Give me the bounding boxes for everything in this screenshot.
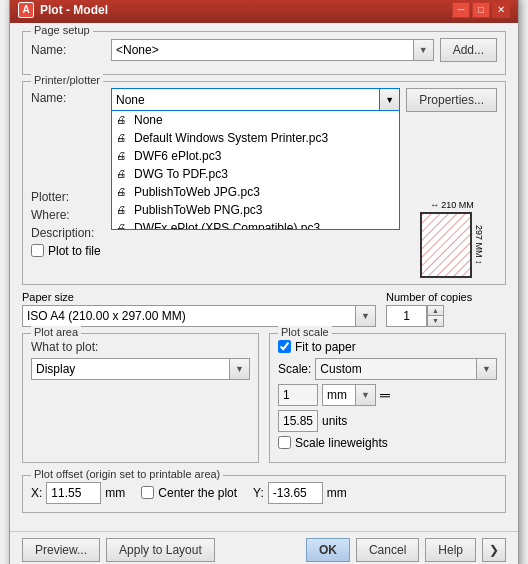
center-plot-checkbox[interactable]	[141, 486, 154, 499]
description-label: Description:	[31, 226, 111, 240]
printer-plotter-title: Printer/plotter	[31, 74, 103, 86]
paper-size-combo: ▼	[22, 305, 376, 327]
printer-icon-0: 🖨	[116, 114, 126, 125]
printer-name-input[interactable]	[112, 89, 379, 111]
preview-paper-row: 297 MM ↕	[420, 212, 484, 278]
dropdown-item-4[interactable]: 🖨 PublishToWeb JPG.pc3	[112, 183, 399, 201]
copies-decrement[interactable]: ▼	[427, 316, 443, 326]
dropdown-item-none[interactable]: 🖨 None	[112, 111, 399, 129]
printer-plotter-group: Printer/plotter Name: ▼ 🖨 None	[22, 81, 506, 285]
printer-icon-3: 🖨	[116, 168, 126, 179]
scale-row: Scale: ▼	[278, 358, 497, 380]
scale-input[interactable]	[315, 358, 477, 380]
page-setup-row: Name: ▼ Add...	[31, 38, 497, 62]
printer-combo-field: ▼	[111, 88, 400, 112]
plot-offset-row: X: mm Center the plot Y: mm	[31, 482, 497, 504]
unit1-input[interactable]	[322, 384, 356, 406]
paper-size-dropdown-btn[interactable]: ▼	[356, 305, 376, 327]
hatch-svg	[422, 214, 470, 276]
preview-container: ↔ 210 MM	[407, 190, 497, 278]
scale-label: Scale:	[278, 362, 311, 376]
properties-button[interactable]: Properties...	[406, 88, 497, 112]
close-button[interactable]: ✕	[492, 2, 510, 18]
plot-to-file-checkbox[interactable]	[31, 244, 44, 257]
footer-right: OK Cancel Help ❯	[306, 538, 506, 562]
add-button[interactable]: Add...	[440, 38, 497, 62]
where-label: Where:	[31, 208, 111, 222]
equals-sign: ═	[380, 387, 390, 403]
dropdown-item-6[interactable]: 🖨 DWFx ePlot (XPS Compatible).pc3	[112, 219, 399, 230]
copies-input[interactable]	[386, 305, 426, 327]
window-title: Plot - Model	[40, 3, 108, 17]
help-button[interactable]: Help	[425, 538, 476, 562]
scale-lineweights-label: Scale lineweights	[295, 436, 388, 450]
dialog-content: Page setup Name: ▼ Add... Printer/plotte…	[10, 23, 518, 527]
fit-to-paper-checkbox[interactable]	[278, 340, 291, 353]
page-setup-dropdown-btn[interactable]: ▼	[414, 39, 434, 61]
y-offset-row: Y: mm	[253, 482, 347, 504]
more-button[interactable]: ❯	[482, 538, 506, 562]
cancel-button[interactable]: Cancel	[356, 538, 419, 562]
apply-layout-button[interactable]: Apply to Layout	[106, 538, 215, 562]
dropdown-item-2[interactable]: 🖨 DWF6 ePlot.pc3	[112, 147, 399, 165]
x-label: X:	[31, 486, 42, 500]
units-label: units	[322, 414, 347, 428]
what-to-plot-input[interactable]	[31, 358, 230, 380]
copies-label: Number of copies	[386, 291, 506, 303]
scale-dropdown-btn[interactable]: ▼	[477, 358, 497, 380]
preview-paper-wrapper: ↔ 210 MM	[420, 200, 484, 278]
unit1-dropdown-btn[interactable]: ▼	[356, 384, 376, 406]
printer-icon-5: 🖨	[116, 204, 126, 215]
printer-icon-4: 🖨	[116, 186, 126, 197]
minimize-button[interactable]: ─	[452, 2, 470, 18]
scale-value2-row: units	[278, 410, 497, 432]
center-plot-label: Center the plot	[158, 486, 237, 500]
units1-combo: ▼	[322, 384, 376, 406]
x-input[interactable]	[46, 482, 101, 504]
plot-to-file-label: Plot to file	[48, 244, 101, 258]
maximize-button[interactable]: □	[472, 2, 490, 18]
title-controls: ─ □ ✕	[452, 2, 510, 18]
y-input[interactable]	[268, 482, 323, 504]
scale-lineweights-row: Scale lineweights	[278, 436, 497, 450]
plot-area-title: Plot area	[31, 326, 81, 338]
paper-size-section: Paper size ▼	[22, 291, 376, 327]
dropdown-item-3[interactable]: 🖨 DWG To PDF.pc3	[112, 165, 399, 183]
fit-to-paper-label: Fit to paper	[295, 340, 356, 354]
fit-to-paper-row: Fit to paper	[278, 340, 497, 354]
page-setup-combo: ▼	[111, 39, 434, 61]
page-setup-input[interactable]	[111, 39, 414, 61]
printer-icon-1: 🖨	[116, 132, 126, 143]
ok-button[interactable]: OK	[306, 538, 350, 562]
dropdown-item-5[interactable]: 🖨 PublishToWeb PNG.pc3	[112, 201, 399, 219]
plot-area-scale-row: Plot area What to plot: ▼ Plot scale Fit…	[22, 333, 506, 469]
footer-left: Preview... Apply to Layout	[22, 538, 215, 562]
svg-rect-1	[422, 214, 470, 276]
scale-value2-input[interactable]	[278, 410, 318, 432]
preview-button[interactable]: Preview...	[22, 538, 100, 562]
what-to-plot-row: What to plot:	[31, 340, 250, 354]
what-to-plot-combo-row: ▼	[31, 358, 250, 380]
plot-scale-title: Plot scale	[278, 326, 332, 338]
copies-spinner-btns: ▲ ▼	[426, 305, 444, 327]
what-to-plot-btn[interactable]: ▼	[230, 358, 250, 380]
scale-lineweights-checkbox[interactable]	[278, 436, 291, 449]
copies-spinner: ▲ ▼	[386, 305, 506, 327]
preview-paper	[420, 212, 472, 278]
center-plot-row: Center the plot	[141, 486, 237, 500]
paper-size-input[interactable]	[22, 305, 356, 327]
printer-icon-6: 🖨	[116, 222, 126, 230]
x-offset-row: X: mm	[31, 482, 125, 504]
scale-value1-input[interactable]	[278, 384, 318, 406]
dropdown-item-1[interactable]: 🖨 Default Windows System Printer.pc3	[112, 129, 399, 147]
printer-icon-2: 🖨	[116, 150, 126, 161]
printer-dropdown-btn[interactable]: ▼	[379, 89, 399, 111]
plot-offset-title: Plot offset (origin set to printable are…	[31, 468, 223, 480]
printer-name-label: Name:	[31, 88, 111, 105]
copies-section: Number of copies ▲ ▼	[386, 291, 506, 327]
main-window: A Plot - Model ─ □ ✕ Page setup Name: ▼ …	[9, 0, 519, 564]
footer: Preview... Apply to Layout OK Cancel Hel…	[10, 531, 518, 565]
plotter-label: Plotter:	[31, 190, 111, 204]
copies-increment[interactable]: ▲	[427, 306, 443, 316]
paper-copies-row: Paper size ▼ Number of copies ▲ ▼	[22, 291, 506, 327]
